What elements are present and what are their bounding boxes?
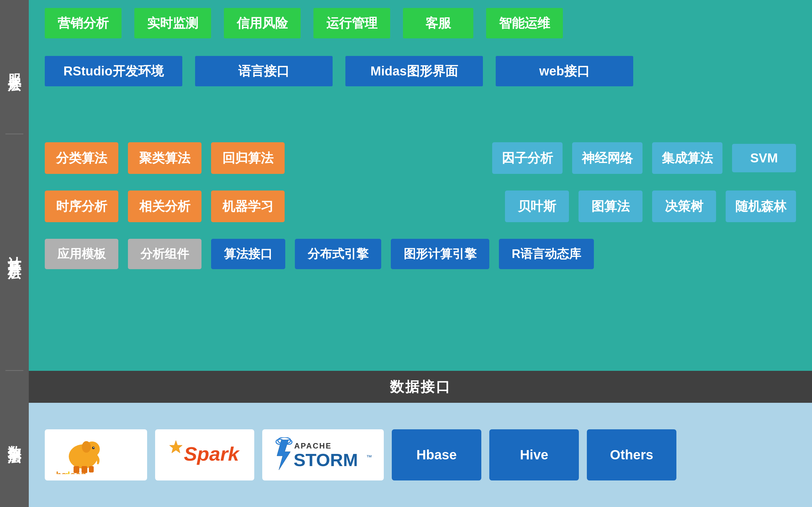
sidebar-compute-section: 计算分析层 [5,134,23,371]
storm-svg: APACHE STORM ™ [272,437,374,472]
hadoop-svg: ha d oop [54,436,138,474]
spark-logo-box: Spark [155,429,254,481]
compute-ml: 机器学习 [211,190,285,222]
data-section: ha d oop Spark [29,403,812,507]
compute-classify: 分类算法 [45,142,118,174]
service-row-2: RStudio开发环境 语言接口 Midas图形界面 web接口 [45,56,796,86]
compute-factor: 因子分析 [492,142,562,174]
compute-regression: 回归算法 [211,142,285,174]
compute-algo-interface: 算法接口 [211,239,285,269]
compute-timeseries: 时序分析 [45,190,118,222]
service-item-lang: 语言接口 [195,56,333,86]
svg-point-2 [82,441,91,453]
svg-text:d: d [65,470,70,474]
service-item-web: web接口 [496,56,633,86]
compute-correlation: 相关分析 [128,190,202,222]
svg-text:STORM: STORM [293,450,358,470]
compute-row-3: 应用模板 分析组件 算法接口 分布式引擎 图形计算引擎 R语言动态库 [45,239,796,269]
compute-graph-engine: 图形计算引擎 [391,239,489,269]
compute-bayes: 贝叶斯 [505,190,569,222]
compute-graph: 图算法 [579,190,643,222]
compute-r-lib: R语言动态库 [499,239,594,269]
storm-logo-box: APACHE STORM ™ [262,429,384,481]
sidebar-data-section: 数据层 [5,371,23,507]
storm-logo: APACHE STORM ™ [272,436,374,474]
spark-svg: Spark [166,439,243,471]
service-item-midas: Midas图形界面 [345,56,483,86]
sidebar: 服务层 计算分析层 数据层 [0,0,29,507]
compute-row-1: 分类算法 聚类算法 回归算法 因子分析 神经网络 集成算法 SVM [45,142,796,174]
service-item-marketing: 营销分析 [45,8,121,38]
svg-text:™: ™ [366,454,372,460]
compute-app-template: 应用模板 [45,239,118,269]
hive-box: Hive [489,429,579,481]
service-item-smart: 智能运维 [486,8,563,38]
sidebar-label-service: 服务层 [5,63,23,71]
hbase-box: Hbase [392,429,481,481]
service-item-ops: 运行管理 [313,8,390,38]
compute-analysis-component: 分析组件 [128,239,202,269]
service-item-rstudio: RStudio开发环境 [45,56,182,86]
compute-decision: 决策树 [652,190,716,222]
svg-text:Spark: Spark [184,443,240,465]
svg-text:APACHE: APACHE [294,442,332,450]
hadoop-logo-box: ha d oop [45,429,147,481]
service-item-customer: 客服 [403,8,473,38]
service-row-1: 营销分析 实时监测 信用风险 运行管理 客服 智能运维 [45,8,796,38]
compute-svm: SVM [732,144,796,172]
others-label: Others [610,447,653,462]
data-interface-label: 数据接口 [390,378,451,396]
svg-marker-11 [169,441,182,453]
compute-section: 分类算法 聚类算法 回归算法 因子分析 神经网络 集成算法 SVM 时序分析 相… [29,134,812,371]
svg-point-4 [93,447,94,448]
compute-forest: 随机森林 [726,190,796,222]
sidebar-label-data: 数据层 [5,435,23,443]
main-content: 营销分析 实时监测 信用风险 运行管理 客服 智能运维 RStudio开发环境 … [29,0,812,507]
spark-logo: Spark [165,436,245,474]
compute-neural: 神经网络 [572,142,643,174]
compute-row-2: 时序分析 相关分析 机器学习 贝叶斯 图算法 决策树 随机森林 [45,190,796,222]
service-section: 营销分析 实时监测 信用风险 运行管理 客服 智能运维 RStudio开发环境 … [29,0,812,134]
data-interface-bar: 数据接口 [29,371,812,403]
compute-ensemble: 集成算法 [652,142,722,174]
sidebar-service-section: 服务层 [5,0,23,134]
svg-rect-7 [89,466,94,472]
hive-label: Hive [520,447,548,462]
service-item-realtime: 实时监测 [134,8,211,38]
compute-distributed: 分布式引擎 [295,239,381,269]
hadoop-logo: ha d oop [54,436,138,474]
svg-text:oop: oop [70,470,86,474]
sidebar-label-compute: 计算分析层 [5,246,23,259]
others-box: Others [587,429,676,481]
service-item-credit: 信用风险 [224,8,301,38]
hbase-label: Hbase [416,447,457,462]
compute-cluster: 聚类算法 [128,142,202,174]
